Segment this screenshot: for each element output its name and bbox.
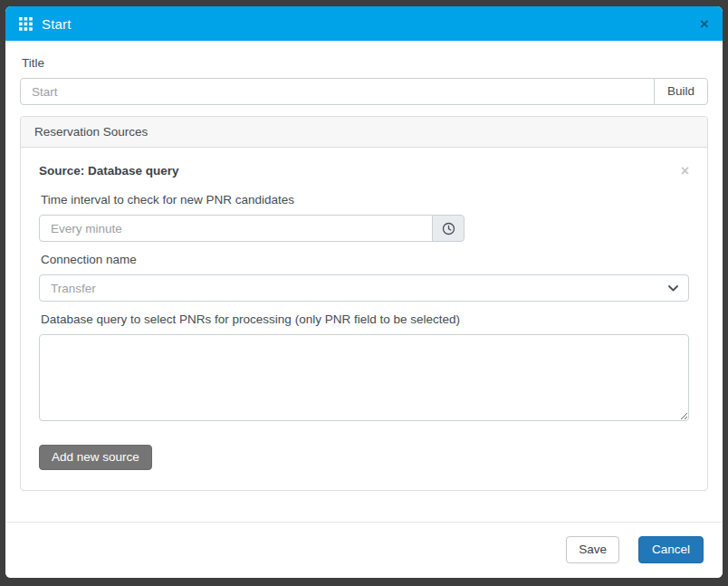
dialog-body: Title Build Reservation Sources Source: … [5,41,723,522]
build-button[interactable]: Build [654,78,708,105]
remove-source-icon[interactable]: × [681,164,689,178]
connection-field: Connection name Transfer [39,253,689,302]
close-icon[interactable]: × [700,16,709,32]
source-heading: Source: Database query [39,164,179,178]
query-textarea[interactable] [39,334,689,421]
chevron-down-icon [668,285,678,292]
dialog-footer: Save Cancel [5,522,723,578]
add-new-source-button[interactable]: Add new source [39,445,152,470]
source-header-row: Source: Database query × [39,164,689,178]
dialog-title: Start [42,16,72,32]
clock-icon[interactable] [432,215,465,242]
reservation-sources-panel: Reservation Sources Source: Database que… [20,116,708,491]
dialog-header: Start × [5,6,723,41]
grid-icon [19,17,33,31]
panel-body: Source: Database query × Time interval t… [21,148,707,490]
query-label: Database query to select PNRs for proces… [41,312,689,327]
connection-select[interactable]: Transfer [39,274,689,302]
connection-selected-value: Transfer [51,282,96,295]
interval-input[interactable] [39,215,433,242]
title-label: Title [22,56,708,71]
connection-label: Connection name [41,253,689,267]
title-input[interactable] [20,78,655,105]
interval-label: Time interval to check for new PNR candi… [41,193,689,207]
cancel-button[interactable]: Cancel [638,536,704,563]
interval-field: Time interval to check for new PNR candi… [39,193,689,242]
start-dialog: Start × Title Build Reservation Sources … [5,6,723,578]
interval-input-group [39,215,465,242]
title-input-group: Build [20,78,708,105]
panel-header: Reservation Sources [21,117,707,148]
save-button[interactable]: Save [566,536,619,563]
